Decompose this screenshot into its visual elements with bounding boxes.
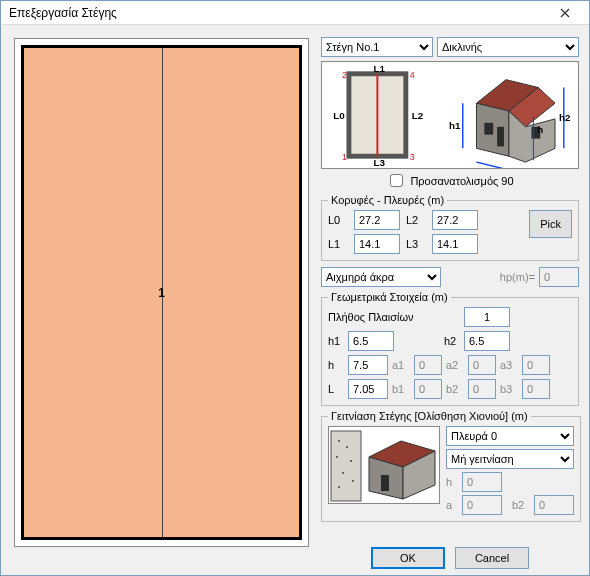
h-input[interactable] <box>348 355 388 375</box>
svg-text:h: h <box>537 124 543 135</box>
svg-point-30 <box>336 456 338 458</box>
roof-type-select[interactable]: Δικλινής <box>437 37 579 57</box>
L-input[interactable] <box>348 379 388 399</box>
l3-label: L3 <box>406 238 426 250</box>
l0-label: L0 <box>328 214 348 226</box>
svg-rect-15 <box>497 127 504 147</box>
ok-button[interactable]: OK <box>371 547 445 569</box>
svg-text:1: 1 <box>342 152 347 162</box>
orientation-90-checkbox[interactable] <box>390 174 403 187</box>
svg-point-31 <box>350 460 352 462</box>
a3-input <box>522 355 550 375</box>
h1-label: h1 <box>328 335 344 347</box>
properties-panel: Στέγη No.1 Δικλινής 2 4 1 3 L1 L3 <box>321 37 579 569</box>
frames-input[interactable] <box>464 307 510 327</box>
a3-label: a3 <box>500 359 518 371</box>
l1-label: L1 <box>328 238 348 250</box>
dialog-buttons: OK Cancel <box>321 547 579 569</box>
h2-label: h2 <box>444 335 460 347</box>
a2-input <box>468 355 496 375</box>
orientation-90-label: Προσανατολισμός 90 <box>410 175 513 187</box>
roof-diagram-svg: 2 4 1 3 L1 L3 L0 L2 <box>322 62 578 168</box>
geometry-group: Γεωμετρικά Στοιχεία (m) Πλήθος Πλαισίων … <box>321 291 579 406</box>
adj-a-input <box>462 495 502 515</box>
adj-h-label: h <box>446 476 458 488</box>
svg-point-34 <box>338 486 340 488</box>
l0-input[interactable] <box>354 210 400 230</box>
b1-input <box>414 379 442 399</box>
svg-text:L2: L2 <box>412 110 424 121</box>
hp-label: hp(m)= <box>500 271 535 283</box>
l1-input[interactable] <box>354 234 400 254</box>
svg-point-29 <box>346 446 348 448</box>
roof-plan-preview: 1 <box>14 38 309 547</box>
a2-label: a2 <box>446 359 464 371</box>
adjacency-group: Γειτνίαση Στέγης [Ολίσθηση Χιονιού] (m) <box>321 410 581 522</box>
orientation-90-row: Προσανατολισμός 90 <box>321 171 579 190</box>
l2-label: L2 <box>406 214 426 226</box>
svg-text:h1: h1 <box>449 120 461 131</box>
window-title: Επεξεργασία Στέγης <box>5 6 545 20</box>
frames-label: Πλήθος Πλαισίων <box>328 311 460 323</box>
svg-text:3: 3 <box>410 152 415 162</box>
l2-input[interactable] <box>432 210 478 230</box>
titlebar: Επεξεργασία Στέγης <box>1 1 589 25</box>
close-button[interactable] <box>545 2 585 24</box>
svg-point-33 <box>352 480 354 482</box>
svg-rect-14 <box>484 123 493 135</box>
pick-button[interactable]: Pick <box>529 210 572 238</box>
l3-input[interactable] <box>432 234 478 254</box>
h2-input[interactable] <box>464 331 510 351</box>
adjacency-thumb-svg <box>329 427 441 505</box>
a1-label: a1 <box>392 359 410 371</box>
roof-plan-shape: 1 <box>21 45 302 540</box>
geometry-legend: Γεωμετρικά Στοιχεία (m) <box>328 291 451 303</box>
svg-point-28 <box>338 440 340 442</box>
adj-h-input <box>462 472 502 492</box>
roof-edit-dialog: Επεξεργασία Στέγης 1 Στέγη No.1 Δικλινής <box>0 0 590 576</box>
roof-number-select[interactable]: Στέγη No.1 <box>321 37 433 57</box>
adj-b2-input <box>534 495 574 515</box>
hp-input <box>539 267 579 287</box>
vertices-group: Κορυφές - Πλευρές (m) L0 L2 L1 L3 Pick <box>321 194 579 261</box>
close-icon <box>560 8 570 18</box>
vertices-legend: Κορυφές - Πλευρές (m) <box>328 194 447 206</box>
svg-text:4: 4 <box>410 70 415 80</box>
roof-diagram: 2 4 1 3 L1 L3 L0 L2 <box>321 61 579 169</box>
cancel-button[interactable]: Cancel <box>455 547 529 569</box>
top-selects-row: Στέγη No.1 Δικλινής <box>321 37 579 57</box>
adj-b2-label: b2 <box>512 499 530 511</box>
b3-label: b3 <box>500 383 518 395</box>
adj-a-label: a <box>446 499 458 511</box>
svg-point-32 <box>342 472 344 474</box>
svg-text:L1: L1 <box>373 63 385 74</box>
ridge-label: 1 <box>158 286 165 300</box>
adjacency-side-select[interactable]: Πλευρά 0 <box>446 426 574 446</box>
svg-text:2: 2 <box>342 70 347 80</box>
b3-input <box>522 379 550 399</box>
svg-text:L0: L0 <box>484 165 496 168</box>
edge-type-select[interactable]: Αιχμηρά άκρα <box>321 267 441 287</box>
svg-text:h2: h2 <box>559 112 571 123</box>
b2-input <box>468 379 496 399</box>
adjacency-legend: Γειτνίαση Στέγης [Ολίσθηση Χιονιού] (m) <box>328 410 531 422</box>
svg-text:L0: L0 <box>333 110 345 121</box>
b2-label: b2 <box>446 383 464 395</box>
h1-input[interactable] <box>348 331 394 351</box>
svg-text:L3: L3 <box>373 157 385 168</box>
a1-input <box>414 355 442 375</box>
L-label: L <box>328 383 344 395</box>
svg-rect-27 <box>331 431 361 501</box>
adjacency-mode-select[interactable]: Μή γειτνίαση <box>446 449 574 469</box>
b1-label: b1 <box>392 383 410 395</box>
adjacency-thumbnail <box>328 426 440 504</box>
svg-rect-38 <box>381 475 389 491</box>
h-label: h <box>328 359 344 371</box>
